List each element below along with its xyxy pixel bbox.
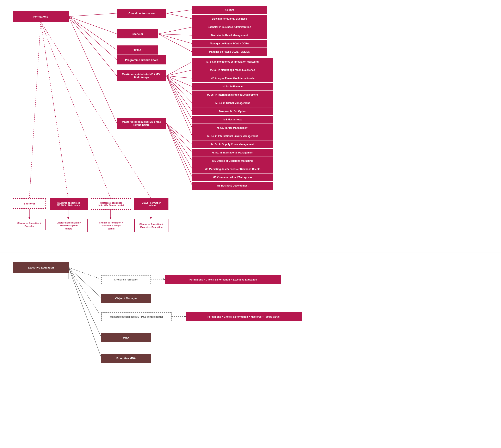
ms-plein-bottom-label: Mastères spécialisés MS / MSc Plein temp… <box>50 198 88 210</box>
svg-line-36 <box>69 268 101 279</box>
tema-label: TEMA <box>134 48 141 52</box>
bachelor-biz-admin-node[interactable]: Bachelor in Business Administration <box>192 23 267 31</box>
programme-grande-ecole-label: Programme Grande Ecole <box>125 58 158 62</box>
msc-supply-chain-label: M. Sc. in Supply Chain Management <box>211 143 254 146</box>
ms-partiel-bottom-text: Mastères spécialisés MS / MSc Temps part… <box>98 202 124 207</box>
bsc-intl-label: BSc in International Business <box>212 17 247 20</box>
ms-analyse-financiere-label: MS Analyse Financière Internationale <box>211 77 254 80</box>
msc-luxury-mgmt-label: M. Sc. in International Luxury Managemen… <box>207 135 258 138</box>
mba-node[interactable]: MBA <box>101 333 151 342</box>
msc-marketing-french-label: M. Sc. in Marketing French Excellence <box>210 69 255 71</box>
cesem-label: CESEM <box>225 8 234 11</box>
msc-finance-node[interactable]: M. Sc. in Finance <box>192 83 273 91</box>
svg-line-27 <box>166 123 192 186</box>
exec-choisir-link-label: Formations > Choisir sa formation > Exec… <box>189 278 257 281</box>
ms-communication-label: MS Communication d'Entreprises <box>213 176 252 179</box>
masteres-partiel-link-label: Formations > Choisir sa formation > Mast… <box>207 315 280 318</box>
ms-analyse-financiere-node[interactable]: MS Analyse Financière Internationale <box>192 74 273 82</box>
mba-label: MBA <box>123 336 129 339</box>
bachelor-bottom-label: Bachelor <box>13 198 46 208</box>
diagram-container: Formations Choisir sa formation Bachelor… <box>0 0 501 448</box>
bachelor-retail-node[interactable]: Bachelor in Retail Management <box>192 32 267 39</box>
masteres-partiel-link[interactable]: Formations > Choisir sa formation > Mast… <box>186 312 302 321</box>
manager-rayno-edilec-label: Manager de Rayno ECAL - EDILEC <box>209 50 250 53</box>
svg-line-1 <box>69 16 117 34</box>
ms-partiel-bottom-label: Mastères spécialisés MS / MSc Temps part… <box>91 198 131 210</box>
ms-partiel-bottom-link[interactable]: Choisir sa formation > Mastères + temps … <box>91 219 131 232</box>
svg-line-26 <box>166 123 192 177</box>
cesem-node[interactable]: CESEM <box>192 6 267 14</box>
svg-line-24 <box>166 123 192 161</box>
svg-line-21 <box>166 76 192 136</box>
ms-masternova-node[interactable]: MS Masternova <box>192 116 273 124</box>
exec-masteres-partiel-node[interactable]: Mastères spécialisés MS / MSc Temps part… <box>101 312 171 321</box>
msc-marketing-french-node[interactable]: M. Sc. in Marketing French Excellence <box>192 66 273 74</box>
exec-choisir-label: Choisir sa formation <box>114 278 138 281</box>
svg-line-2 <box>69 16 117 50</box>
svg-line-7 <box>166 13 192 19</box>
svg-line-25 <box>166 123 192 169</box>
msc-global-mgmt-node[interactable]: M. Sc. in Global Management <box>192 99 273 107</box>
exec-education-node[interactable]: Executive Education <box>13 262 69 273</box>
choisir-formation-node[interactable]: Choisir sa formation <box>117 9 166 18</box>
msc-intl-mgmt-node[interactable]: M. Sc. in International Management <box>192 149 273 157</box>
ms-plein-bottom-link[interactable]: Choisir sa formation > Mastères + plein … <box>50 219 88 232</box>
exec-mba-label: Executive MBA <box>116 357 136 360</box>
exec-masteres-partiel-label: Mastères spécialisés MS / MSc Temps part… <box>110 315 163 318</box>
ms-etudes-marketing-node[interactable]: MS Etudes et Décisions Marketing <box>192 157 273 165</box>
objectif-manager-node[interactable]: Objectif Manager <box>101 294 151 303</box>
ms-communication-node[interactable]: MS Communication d'Entreprises <box>192 174 273 181</box>
choisir-formation-label: Choisir sa formation <box>129 12 155 15</box>
bsc-intl-node[interactable]: BSc in International Business <box>192 15 267 23</box>
separator <box>0 252 501 252</box>
svg-line-6 <box>166 10 192 13</box>
exec-choisir-node[interactable]: Choisir sa formation <box>101 275 151 284</box>
msc-arts-mgmt-node[interactable]: M. Sc. in Arts Management <box>192 124 273 132</box>
msc-intl-project-node[interactable]: M. Sc. in International Project Developm… <box>192 91 273 99</box>
bachelor-mid-node[interactable]: Bachelor <box>117 29 158 38</box>
tema-node[interactable]: TEMA <box>117 46 158 55</box>
objectif-manager-label: Objectif Manager <box>115 297 137 300</box>
masteres-temps-partiel-node[interactable]: Mastères spécialisés MS / MSc Temps part… <box>117 118 166 129</box>
manager-rayno-edilec-node[interactable]: Manager de Rayno ECAL - EDILEC <box>192 48 267 56</box>
svg-line-12 <box>166 62 192 76</box>
msc-supply-chain-node[interactable]: M. Sc. in Supply Chain Management <box>192 141 273 148</box>
formations-label: Formations <box>33 15 48 18</box>
msc-intl-mgmt-label: M. Sc. in International Management <box>212 151 253 154</box>
exec-choisir-link[interactable]: Formations > Choisir sa formation > Exec… <box>165 275 281 284</box>
svg-line-16 <box>166 76 192 95</box>
svg-line-4 <box>69 16 117 76</box>
mbas-bottom-label: MBAs - Formation continue <box>134 198 168 210</box>
masteres-plein-temps-node[interactable]: Mastères spécialisés MS / MSc Plein temp… <box>117 70 166 81</box>
svg-line-14 <box>166 76 192 78</box>
svg-line-23 <box>166 123 192 153</box>
bachelor-bottom-text: Bachelor <box>24 202 35 205</box>
formations-node[interactable]: Formations <box>13 11 69 22</box>
bachelor-biz-admin-label: Bachelor in Business Administration <box>208 26 251 29</box>
mbas-bottom-link[interactable]: Choisir sa formation > Executive Educati… <box>134 219 168 232</box>
msc-two-year-node[interactable]: Two-year M. Sc. Option <box>192 107 273 115</box>
msc-intelligence-node[interactable]: M. Sc. in Inteligence et Innovation Mark… <box>192 58 273 66</box>
exec-mba-node[interactable]: Executive MBA <box>101 354 151 363</box>
bachelor-bottom-link-text: Choisir sa formation > Bachelor <box>17 222 41 228</box>
msc-two-year-label: Two-year M. Sc. Option <box>219 110 246 113</box>
msc-finance-label: M. Sc. in Finance <box>222 85 242 88</box>
svg-line-11 <box>158 34 192 52</box>
ms-marketing-services-node[interactable]: MS Marketing des Services et Relations C… <box>192 165 273 173</box>
exec-white-box <box>13 273 69 279</box>
manager-rayon-cora-node[interactable]: Manager de Rayon ECAL - CORA <box>192 40 267 48</box>
svg-line-38 <box>69 268 101 316</box>
svg-line-17 <box>166 76 192 103</box>
bachelor-bottom-link[interactable]: Choisir sa formation > Bachelor <box>13 219 46 230</box>
programme-grande-ecole-node[interactable]: Programme Grande Ecole <box>117 55 166 64</box>
svg-line-19 <box>166 76 192 120</box>
mbas-bottom-link-text: Choisir sa formation > Executive Educati… <box>139 223 163 229</box>
mbas-bottom-text: MBAs - Formation continue <box>142 202 161 207</box>
msc-luxury-mgmt-node[interactable]: M. Sc. in International Luxury Managemen… <box>192 132 273 140</box>
ms-etudes-marketing-label: MS Etudes et Décisions Marketing <box>212 160 252 162</box>
svg-line-29 <box>41 22 68 198</box>
svg-line-37 <box>69 268 101 298</box>
ms-business-dev-node[interactable]: MS Business Development <box>192 182 273 190</box>
svg-line-39 <box>69 268 101 337</box>
svg-line-22 <box>166 123 192 144</box>
